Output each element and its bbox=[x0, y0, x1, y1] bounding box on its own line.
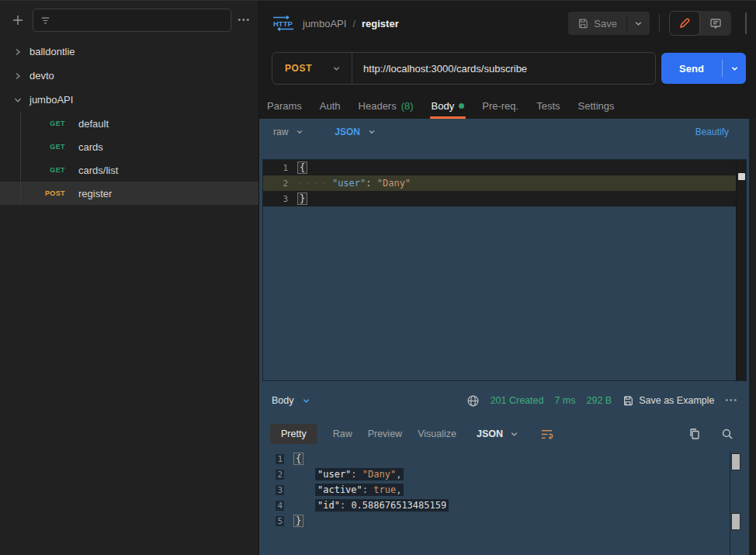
copy-icon[interactable] bbox=[688, 428, 701, 440]
edit-comment-toggle bbox=[669, 11, 731, 36]
tab-settings[interactable]: Settings bbox=[578, 92, 615, 119]
save-button[interactable]: Save bbox=[568, 12, 626, 35]
breadcrumb-collection[interactable]: jumboAPI bbox=[303, 18, 346, 29]
method-badge: POST bbox=[0, 189, 65, 197]
method-badge: GET bbox=[0, 143, 65, 151]
response-tab-pretty[interactable]: Pretty bbox=[270, 424, 317, 444]
scrollbar-thumb[interactable] bbox=[731, 513, 740, 530]
response-tab-preview[interactable]: Preview bbox=[368, 428, 402, 439]
sidebar-search[interactable] bbox=[33, 9, 231, 32]
breadcrumb-separator: / bbox=[352, 18, 355, 29]
response-time[interactable]: 7 ms bbox=[554, 395, 575, 406]
response-tab-raw[interactable]: Raw bbox=[333, 428, 352, 439]
tab-body[interactable]: Body bbox=[432, 92, 465, 119]
json-value: "Dany" bbox=[377, 178, 411, 189]
sidebar-item-devto[interactable]: devto bbox=[0, 64, 258, 88]
tab-label: Pre-req. bbox=[482, 100, 518, 112]
scrollbar-thumb[interactable] bbox=[731, 453, 740, 470]
method-select[interactable]: POST bbox=[272, 53, 352, 84]
headers-count: (8) bbox=[401, 100, 414, 112]
page-scrollbar-track[interactable] bbox=[749, 119, 756, 555]
search-icon[interactable] bbox=[721, 428, 733, 440]
editor-line: 1 { bbox=[263, 160, 746, 175]
tab-label: Headers bbox=[359, 100, 397, 112]
line-number: 1 bbox=[259, 454, 293, 464]
tab-tests[interactable]: Tests bbox=[536, 92, 560, 119]
response-language-select[interactable]: JSON bbox=[477, 428, 518, 439]
sidebar-request-default[interactable]: GET default bbox=[0, 112, 258, 135]
send-split-button[interactable]: Send bbox=[661, 53, 746, 84]
request-label: default bbox=[78, 118, 109, 130]
chevron-down-icon bbox=[634, 19, 643, 28]
response-line: 5 } bbox=[259, 513, 749, 529]
json-pair: "user": "Dany", bbox=[315, 468, 404, 480]
tab-auth[interactable]: Auth bbox=[320, 92, 341, 119]
response-language-value: JSON bbox=[477, 428, 503, 439]
tab-headers[interactable]: Headers (8) bbox=[359, 92, 414, 119]
body-language-value: JSON bbox=[335, 127, 360, 137]
send-options-button[interactable] bbox=[723, 64, 746, 73]
status-badge[interactable]: 201 Created bbox=[491, 395, 544, 406]
edit-mode-button[interactable] bbox=[669, 11, 700, 36]
chevron-down-icon bbox=[510, 430, 518, 439]
response-more-icon[interactable]: ••• bbox=[725, 397, 738, 404]
sidebar: ••• balldontlie devto jumboAPI bbox=[0, 1, 259, 555]
line-number: 3 bbox=[259, 485, 293, 495]
response-body-viewer[interactable]: 1 { 2 "user": "Dany", 3 "active": true, … bbox=[259, 451, 749, 555]
filter-icon bbox=[40, 15, 51, 26]
body-language-select[interactable]: JSON bbox=[335, 127, 376, 137]
body-mode-select[interactable]: raw bbox=[273, 127, 303, 137]
chevron-right-icon bbox=[14, 48, 22, 56]
json-colon: : bbox=[366, 178, 371, 189]
url-bar: POST bbox=[272, 52, 656, 85]
sidebar-request-register[interactable]: POST register bbox=[0, 182, 258, 205]
editor-scrollbar[interactable] bbox=[736, 160, 746, 380]
sidebar-item-balldontlie[interactable]: balldontlie bbox=[0, 40, 258, 64]
sidebar-more-icon[interactable]: ••• bbox=[238, 16, 251, 24]
tab-pre-request[interactable]: Pre-req. bbox=[482, 92, 518, 119]
save-as-example-label: Save as Example bbox=[639, 395, 714, 406]
body-modified-dot bbox=[459, 103, 464, 109]
sidebar-toolbar: ••• bbox=[0, 1, 258, 38]
request-label: cards bbox=[78, 141, 103, 153]
line-number: 1 bbox=[263, 163, 297, 173]
body-and-response-panel: raw JSON Beautify 1 { bbox=[259, 119, 749, 555]
new-request-button[interactable] bbox=[9, 12, 26, 29]
request-body-editor[interactable]: 1 { 2 ···· "user": "Dany" 3 } bbox=[262, 159, 747, 381]
sidebar-item-jumboapi[interactable]: jumboAPI bbox=[0, 88, 258, 112]
response-body-select[interactable]: Body bbox=[272, 395, 310, 406]
save-options-button[interactable] bbox=[627, 12, 650, 35]
sidebar-request-cards[interactable]: GET cards bbox=[0, 135, 258, 158]
tab-params[interactable]: Params bbox=[267, 92, 302, 119]
main-panel: HTTP jumboAPI / register Save bbox=[259, 1, 756, 555]
sidebar-request-cards-list[interactable]: GET cards/list bbox=[0, 158, 258, 182]
breadcrumb: jumboAPI / register bbox=[303, 18, 399, 29]
svg-text:HTTP: HTTP bbox=[273, 19, 293, 28]
tab-label: Settings bbox=[578, 100, 615, 112]
indent-guide: ···· bbox=[297, 178, 329, 189]
brace-token: { bbox=[297, 161, 307, 174]
json-pair: "active": true, bbox=[315, 484, 404, 496]
line-number: 3 bbox=[263, 194, 297, 204]
response-body-label: Body bbox=[272, 395, 294, 406]
collections-tree: balldontlie devto jumboAPI GET default G… bbox=[0, 40, 258, 205]
response-tab-visualize[interactable]: Visualize bbox=[418, 428, 456, 439]
collection-label: balldontlie bbox=[29, 46, 75, 57]
beautify-link[interactable]: Beautify bbox=[695, 127, 729, 137]
wrap-text-icon[interactable] bbox=[540, 428, 553, 441]
tab-label: Params bbox=[267, 100, 302, 112]
chevron-down-icon bbox=[730, 64, 739, 73]
header-actions: Save bbox=[568, 11, 747, 36]
save-button-label: Save bbox=[594, 18, 617, 29]
scrollbar-thumb[interactable] bbox=[738, 173, 745, 180]
save-as-example-button[interactable]: Save as Example bbox=[622, 395, 714, 406]
search-input[interactable] bbox=[57, 15, 224, 26]
plus-icon bbox=[12, 14, 24, 26]
save-split-button: Save bbox=[568, 12, 650, 35]
url-input[interactable] bbox=[352, 63, 655, 75]
comments-button[interactable] bbox=[700, 11, 731, 36]
response-size[interactable]: 292 B bbox=[587, 395, 612, 406]
method-badge: GET bbox=[0, 166, 65, 174]
response-line: 1 { bbox=[259, 451, 749, 467]
app-window: ••• balldontlie devto jumboAPI bbox=[0, 0, 756, 555]
